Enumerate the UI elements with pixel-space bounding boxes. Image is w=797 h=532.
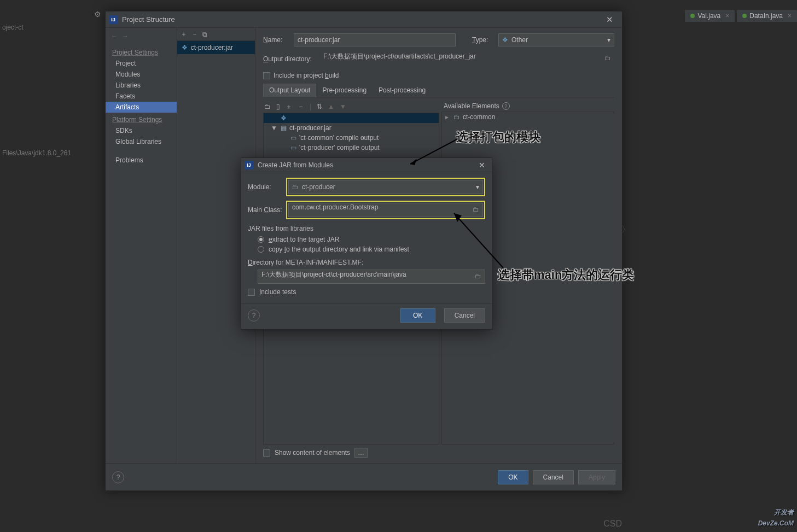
show-content-more[interactable]: … xyxy=(354,448,368,458)
help-icon[interactable]: ? xyxy=(112,471,124,483)
module-icon: 🗀 xyxy=(453,113,460,121)
watermark: 开发者 DevZe.CoM xyxy=(758,507,794,529)
close-icon[interactable]: × xyxy=(788,12,792,20)
new-folder-icon[interactable]: 🗀 xyxy=(264,103,271,110)
new-file-icon[interactable]: ▯ xyxy=(276,103,280,110)
java-icon xyxy=(690,14,695,18)
modal-titlebar: IJ Create JAR from Modules ✕ xyxy=(241,158,492,172)
cancel-button[interactable]: Cancel xyxy=(533,470,574,484)
show-content-checkbox[interactable] xyxy=(263,449,270,457)
name-label: Name: xyxy=(263,36,289,44)
include-build-label: Include in project build xyxy=(274,72,339,79)
close-icon[interactable]: × xyxy=(725,12,729,20)
help-icon[interactable]: ? xyxy=(248,309,260,321)
sort-icon[interactable]: ⇅ xyxy=(317,103,322,110)
main-class-label: Main Class: xyxy=(248,206,286,214)
gear-icon: ⚙ xyxy=(94,10,101,19)
java-icon xyxy=(742,14,747,18)
main-class-input[interactable]: com.cw.ct.producer.Bootstrap 🗀 xyxy=(288,203,483,217)
radio-icon[interactable] xyxy=(258,246,264,253)
cancel-button[interactable]: Cancel xyxy=(444,308,485,323)
include-tests-label: Include tests xyxy=(259,288,296,296)
manifest-dir-label: Directory for META-INF/MANIFEST.MF: xyxy=(248,259,485,266)
module-select[interactable]: 🗀 ct-producer xyxy=(288,180,483,194)
tree-row[interactable]: ▭'ct-common' compile output xyxy=(264,133,439,143)
up-icon[interactable]: ▲ xyxy=(328,103,334,110)
type-select[interactable]: ❖ Other xyxy=(498,33,614,46)
dialog-title: Project Structure xyxy=(122,15,601,24)
radio-extract[interactable]: extract to the target JAR xyxy=(258,236,485,243)
artifact-icon: ❖ xyxy=(182,44,188,51)
tree-row[interactable]: ▼▦ct-producer.jar xyxy=(264,123,439,133)
ok-button[interactable]: OK xyxy=(498,470,528,484)
expand-icon[interactable]: ▸ xyxy=(445,113,451,121)
nav-artifacts[interactable]: Artifacts xyxy=(106,102,177,113)
radio-icon[interactable] xyxy=(258,236,264,243)
include-tests-checkbox[interactable] xyxy=(248,289,255,296)
layout-tabs: Output Layout Pre-processing Post-proces… xyxy=(263,84,614,97)
editor-tabs: Val.java× DataIn.java× xyxy=(685,10,797,22)
browse-icon[interactable]: 🗀 xyxy=(475,272,481,280)
tree-row[interactable]: ▭'ct-producer' compile output xyxy=(264,143,439,153)
back-icon[interactable]: ← xyxy=(111,32,118,40)
tab-output-layout[interactable]: Output Layout xyxy=(263,84,316,97)
bg-jdk-path: Files\Java\jdk1.8.0_261 xyxy=(2,149,71,157)
settings-nav: ←→ Project Settings Project Modules Libr… xyxy=(106,28,177,463)
type-label: Type: xyxy=(472,36,494,44)
platform-settings-header: Platform Settings xyxy=(106,113,177,125)
nav-sdks[interactable]: SDKs xyxy=(106,125,177,136)
tab-pre-processing[interactable]: Pre-processing xyxy=(316,84,373,97)
ok-button[interactable]: OK xyxy=(400,308,435,323)
show-content-label: Show content of elements xyxy=(275,449,350,457)
artifact-item[interactable]: ❖ ct-producer:jar xyxy=(177,41,255,54)
jar-section-label: JAR files from libraries xyxy=(248,225,485,232)
remove-icon[interactable]: － xyxy=(191,30,198,39)
bg-left: oject-ct Files\Java\jdk1.8.0_261 xyxy=(0,22,73,159)
help-icon[interactable]: ? xyxy=(502,102,510,110)
browse-icon[interactable]: 🗀 xyxy=(473,206,479,213)
tree-row[interactable]: ❖ xyxy=(264,113,439,123)
close-icon[interactable]: ✕ xyxy=(601,14,619,26)
tab-post-processing[interactable]: Post-processing xyxy=(373,84,432,97)
chevron-right-icon[interactable]: 〉 xyxy=(621,224,630,236)
down-icon[interactable]: ▼ xyxy=(340,103,346,110)
nav-global-libraries[interactable]: Global Libraries xyxy=(106,136,177,147)
module-icon: 🗀 xyxy=(292,183,299,191)
annotation-module: 选择打包的模块 xyxy=(456,129,540,145)
copy-icon[interactable]: ⧉ xyxy=(202,31,207,38)
module-label: Module: xyxy=(248,183,286,191)
add-icon[interactable]: ＋ xyxy=(286,102,292,112)
dialog-footer: ? OK Cancel Apply xyxy=(106,463,622,490)
tab-val[interactable]: Val.java× xyxy=(685,10,735,22)
forward-icon[interactable]: → xyxy=(122,32,129,40)
apply-button: Apply xyxy=(578,470,615,484)
available-item[interactable]: ▸ 🗀 ct-common xyxy=(442,112,614,122)
nav-facets[interactable]: Facets xyxy=(106,91,177,102)
annotation-mainclass: 选择带main方法的运行类 xyxy=(498,267,634,283)
available-header: Available Elements xyxy=(444,102,499,110)
bg-project-label: oject-ct xyxy=(2,24,71,31)
radio-copy[interactable]: copy to the output directory and link vi… xyxy=(258,245,485,253)
tree-toolbar: 🗀 ▯ ＋ － | ⇅ ▲ ▼ xyxy=(263,101,439,113)
remove-icon[interactable]: － xyxy=(298,102,304,112)
nav-problems[interactable]: Problems xyxy=(106,155,177,166)
include-build-checkbox[interactable] xyxy=(263,72,270,79)
csdn-watermark: CSD xyxy=(603,519,622,529)
nav-project[interactable]: Project xyxy=(106,58,177,69)
outdir-input[interactable]: F:\大数据项目\project-ct\out\artifacts\ct_pro… xyxy=(323,52,614,66)
nav-libraries[interactable]: Libraries xyxy=(106,80,177,91)
tab-datain[interactable]: DataIn.java× xyxy=(737,10,797,22)
add-icon[interactable]: ＋ xyxy=(181,30,187,39)
dialog-titlebar: IJ Project Structure ✕ xyxy=(106,11,622,28)
browse-icon[interactable]: 🗀 xyxy=(604,54,611,62)
intellij-icon: IJ xyxy=(109,15,118,24)
type-value: Other xyxy=(511,36,528,44)
outdir-label: Output directory: xyxy=(263,55,319,63)
name-input[interactable] xyxy=(294,33,456,46)
intellij-icon: IJ xyxy=(245,161,253,169)
create-jar-dialog: IJ Create JAR from Modules ✕ Module: 🗀 c… xyxy=(241,157,492,330)
manifest-dir-input[interactable]: F:\大数据项目\project-ct\ct-producer\src\main… xyxy=(258,270,485,284)
close-icon[interactable]: ✕ xyxy=(475,161,488,169)
nav-modules[interactable]: Modules xyxy=(106,69,177,80)
type-icon: ❖ xyxy=(502,36,508,44)
